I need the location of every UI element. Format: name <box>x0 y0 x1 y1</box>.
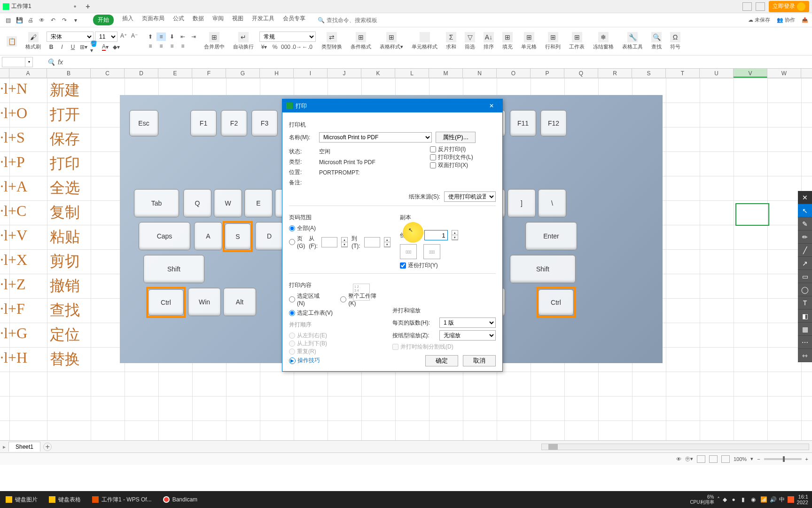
col-B[interactable]: B <box>47 69 91 78</box>
vtool-shape-icon[interactable]: ◯ <box>798 283 812 296</box>
sel-sheet-radio[interactable]: 选定工作表(V) <box>289 309 383 317</box>
find-button[interactable]: 🔍查找 <box>648 31 664 51</box>
freeze-button[interactable]: ❄冻结窗格 <box>590 31 617 51</box>
to-input[interactable] <box>364 237 380 247</box>
col-T[interactable]: T <box>666 69 700 78</box>
lang-icon[interactable]: ㊥▾ <box>685 455 693 462</box>
copies-input[interactable] <box>424 230 448 240</box>
indent-left-icon[interactable]: ⇤ <box>178 32 187 41</box>
printer-select[interactable]: Microsoft Print to PDF <box>319 132 432 143</box>
align-top-icon[interactable]: ⬆ <box>146 32 155 41</box>
indent-right-icon[interactable]: ⇥ <box>189 32 198 41</box>
align-middle-icon[interactable]: ≡ <box>156 32 166 41</box>
type-convert-button[interactable]: ⇄类型转换 <box>319 31 345 51</box>
apps-icon[interactable] <box>756 2 765 11</box>
align-bottom-icon[interactable]: ⬇ <box>167 32 177 41</box>
col-I[interactable]: I <box>294 69 328 78</box>
login-button[interactable]: 立即登录 <box>769 1 809 12</box>
share-icon[interactable]: 📤 <box>802 17 808 23</box>
wrap-button[interactable]: ↵自动换行 <box>230 31 257 51</box>
col-U[interactable]: U <box>700 69 734 78</box>
inc-decimal-icon[interactable]: .0→ <box>292 43 301 51</box>
taskbar-folder-1[interactable]: 键盘图片 <box>0 491 43 508</box>
command-search[interactable]: 🔍 <box>318 17 383 24</box>
fill-button[interactable]: ⊞填充 <box>500 31 515 51</box>
cancel-button[interactable]: 取消 <box>463 355 496 366</box>
invert-checkbox[interactable]: 反片打印(I) <box>430 145 496 153</box>
new-tab-button[interactable]: + <box>86 2 90 11</box>
merge-button[interactable]: ⊞合并居中 <box>201 31 227 51</box>
vtool-cursor-icon[interactable]: ↖ <box>798 204 812 217</box>
tray-icon-4[interactable]: ◉ <box>751 496 757 503</box>
align-left-icon[interactable]: ≡ <box>146 42 155 50</box>
justify-icon[interactable]: ≡ <box>178 42 187 50</box>
tab-layout[interactable]: 页面布局 <box>142 15 164 25</box>
tray-icon-1[interactable]: ◆ <box>723 496 729 503</box>
tips-link[interactable]: ▶操作技巧 <box>289 357 320 365</box>
col-L[interactable]: L <box>395 69 429 78</box>
col-C[interactable]: C <box>91 69 125 78</box>
col-D[interactable]: D <box>125 69 158 78</box>
tab-formula[interactable]: 公式 <box>173 15 184 25</box>
all-pages-radio[interactable]: 全部(A) <box>289 224 390 232</box>
table-style-button[interactable]: ⊞表格样式▾ <box>377 31 406 51</box>
tab-review[interactable]: 审阅 <box>212 15 224 25</box>
search-input[interactable] <box>327 17 383 24</box>
properties-button[interactable]: 属性(P)... <box>436 132 476 143</box>
tab-home[interactable]: 开始 <box>93 15 114 25</box>
currency-icon[interactable]: ¥▾ <box>259 43 269 51</box>
underline-icon[interactable]: U <box>68 43 78 51</box>
col-O[interactable]: O <box>497 69 531 78</box>
col-H[interactable]: H <box>260 69 294 78</box>
shrink-font-icon[interactable]: A⁻ <box>130 32 139 40</box>
view-break-icon[interactable] <box>721 455 730 463</box>
ime-indicator[interactable]: 中 <box>779 496 785 504</box>
rowcol-button[interactable]: ⊞行和列 <box>542 31 563 51</box>
view-layout-icon[interactable] <box>709 455 718 463</box>
filter-button[interactable]: ▽筛选 <box>462 31 478 51</box>
col-V[interactable]: V <box>734 69 767 78</box>
col-S[interactable]: S <box>632 69 666 78</box>
vtool-fill-icon[interactable]: ▦ <box>798 323 812 336</box>
tab-member[interactable]: 会员专享 <box>283 15 305 25</box>
scale-select[interactable]: 无缩放 <box>439 330 496 341</box>
formula-input[interactable] <box>66 57 630 67</box>
vtool-arrow-icon[interactable]: ↗ <box>798 257 812 270</box>
col-W[interactable]: W <box>767 69 801 78</box>
comma-icon[interactable]: 000 <box>281 43 290 51</box>
window-layout-icon[interactable] <box>742 2 752 11</box>
zoom-out-icon[interactable]: − <box>757 456 760 462</box>
ok-button[interactable]: 确定 <box>425 355 458 366</box>
vtool-text-icon[interactable]: T <box>798 296 812 310</box>
menu-icon[interactable]: ▤ <box>4 16 12 24</box>
vtool-marker-icon[interactable]: ✏ <box>798 230 812 244</box>
col-N[interactable]: N <box>463 69 497 78</box>
tray-icon-6[interactable]: 🔊 <box>770 496 776 503</box>
cloud-icon[interactable]: ☁ 未保存 <box>748 16 770 24</box>
save-icon[interactable]: 💾 <box>15 16 23 24</box>
name-box-dropdown[interactable]: ▾ <box>25 57 33 67</box>
clock[interactable]: 16:12022 <box>797 494 808 505</box>
col-J[interactable]: J <box>328 69 361 78</box>
zoom-value[interactable]: 100% <box>734 456 747 462</box>
align-center-icon[interactable]: ≡ <box>156 42 166 50</box>
tray-icon-5[interactable]: 📶 <box>760 496 767 503</box>
print-icon[interactable]: 🖨 <box>26 16 35 24</box>
grow-font-icon[interactable]: A⁺ <box>119 32 128 40</box>
select-all-corner[interactable] <box>0 69 9 78</box>
col-E[interactable]: E <box>158 69 192 78</box>
taskbar-folder-2[interactable]: 键盘表格 <box>43 491 86 508</box>
copies-spinner[interactable]: ▲▼ <box>452 230 458 240</box>
vtool-line-icon[interactable]: ╱ <box>798 244 812 257</box>
name-box[interactable] <box>2 57 25 67</box>
table-tools-button[interactable]: 🔧表格工具 <box>619 31 646 51</box>
eye-icon[interactable]: 👁 <box>676 456 681 462</box>
fx-label[interactable]: fx <box>58 58 63 66</box>
undo-icon[interactable]: ↶ <box>49 16 57 24</box>
col-A[interactable]: A <box>9 69 47 78</box>
number-format-select[interactable]: 常规 <box>259 32 316 42</box>
preview-icon[interactable]: 👁 <box>38 16 46 24</box>
duplex-checkbox[interactable]: 双面打印(X) <box>430 161 496 169</box>
col-R[interactable]: R <box>598 69 632 78</box>
vtool-close-icon[interactable]: ✕ <box>798 191 812 204</box>
